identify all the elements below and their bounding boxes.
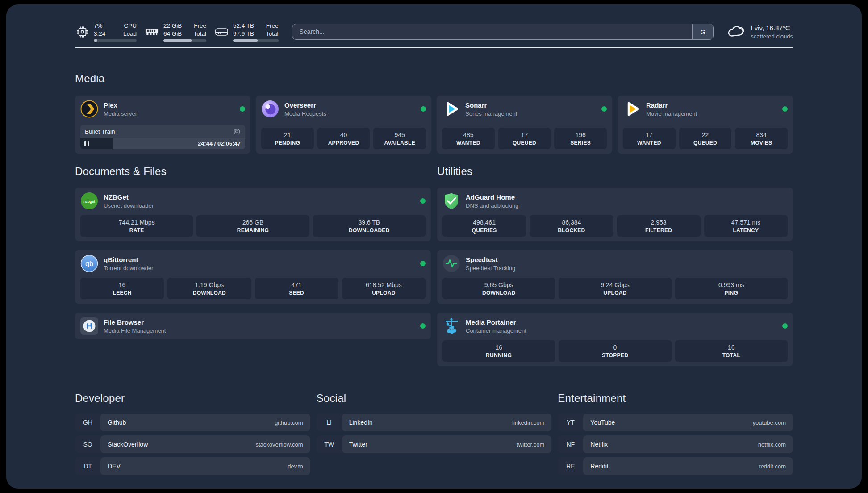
bookmark-reddit[interactable]: RE Reddit reddit.com: [558, 457, 793, 475]
overseerr-icon: [261, 100, 279, 118]
section-title-social: Social: [317, 392, 552, 405]
card-subtitle: Media Requests: [284, 110, 326, 117]
disk-progress-fill: [233, 39, 258, 42]
status-dot: [240, 106, 245, 112]
memory-widget: 22 GiB 64 GiB Free Total: [145, 22, 206, 42]
weather-location-temp: Lviv, 16.87°C: [751, 24, 793, 32]
disk-drive-icon: [214, 27, 229, 37]
search-input[interactable]: [292, 24, 693, 39]
bookmark-linkedin[interactable]: LI LinkedIn linkedin.com: [317, 414, 552, 431]
app-card-speedtest[interactable]: Speedtest Speedtest Tracking 9.65 Gbps D…: [437, 250, 793, 304]
bookmark-url: twitter.com: [517, 441, 544, 448]
video-session-icon: [233, 128, 241, 135]
weather-condition: scattered clouds: [751, 33, 793, 40]
card-title: NZBGet: [104, 193, 154, 201]
disk-progress-bar: [233, 39, 279, 42]
stats-row: 21 PENDING 40 APPROVED 945 AVAILABLE: [261, 128, 426, 149]
bookmark-abbr: RE: [558, 457, 583, 475]
app-card-radarr[interactable]: Radarr Movie management 17 WANTED 22 QUE…: [618, 96, 793, 154]
cpu-chip-icon: [75, 26, 89, 38]
scattered-clouds-icon: [727, 24, 745, 40]
bookmarks-social: Social LI LinkedIn linkedin.com TW Twitt…: [317, 392, 552, 475]
svg-text:nzbget: nzbget: [83, 199, 95, 204]
app-card-overseerr[interactable]: Overseerr Media Requests 21 PENDING 40 A…: [256, 96, 431, 154]
disk-free-value: 52.4 TB: [233, 22, 254, 30]
nzbget-icon: nzbget: [80, 192, 98, 210]
bookmark-stackoverflow[interactable]: SO StackOverflow stackoverflow.com: [75, 435, 310, 453]
stat-filtered: 2,953 FILTERED: [617, 215, 701, 237]
card-title: qBittorrent: [104, 256, 153, 263]
playback-progress-bar: 24:44 / 02:06:47: [80, 138, 245, 149]
section-title-documents: Documents & Files: [75, 165, 431, 178]
stat-blocked: 86,384 BLOCKED: [530, 215, 613, 237]
stat-rate: 744.21 Mbps RATE: [80, 215, 193, 237]
filebrowser-icon: [80, 317, 98, 335]
status-dot: [782, 106, 788, 112]
cpu-percent: 7%: [94, 22, 105, 30]
stat-wanted: 485 WANTED: [442, 128, 495, 149]
dashboard-panel: 7% 3.24 CPU Load: [6, 4, 862, 489]
app-card-nzbget[interactable]: nzbget NZBGet Usenet downloader 74: [75, 188, 431, 241]
top-bar: 7% 3.24 CPU Load: [75, 4, 793, 42]
stat-series: 196 SERIES: [554, 128, 607, 149]
svg-text:qb: qb: [85, 260, 93, 267]
stat-pending: 21 PENDING: [261, 128, 314, 149]
stat-downloaded: 39.6 TB DOWNLOADED: [313, 215, 426, 237]
card-subtitle: Speedtest Tracking: [466, 265, 515, 272]
app-card-adguard[interactable]: AdGuard Home DNS and adblocking 498,461 …: [437, 188, 793, 241]
bookmark-name: Twitter: [349, 441, 367, 448]
bookmark-netflix[interactable]: NF Netflix netflix.com: [558, 435, 793, 453]
card-subtitle: Container management: [466, 327, 526, 334]
card-title: Plex: [104, 101, 137, 109]
documents-column: Documents & Files nzbget: [75, 165, 431, 366]
weather-widget: Lviv, 16.87°C scattered clouds: [727, 24, 793, 40]
app-card-plex[interactable]: Plex Media server Bullet Train: [75, 96, 250, 154]
stat-total: 16 TOTAL: [675, 340, 788, 362]
bookmark-abbr: SO: [75, 435, 100, 453]
cpu-progress-fill: [94, 39, 97, 42]
app-card-sonarr[interactable]: Sonarr Series management 485 WANTED 17 Q…: [437, 96, 612, 154]
stat-seed: 471 SEED: [255, 278, 338, 299]
bookmark-abbr: YT: [558, 414, 583, 431]
app-card-filebrowser[interactable]: File Browser Media File Management: [75, 313, 431, 339]
status-dot: [421, 106, 426, 112]
card-subtitle: Series management: [465, 110, 517, 117]
bookmark-github[interactable]: GH Github github.com: [75, 414, 310, 431]
cpu-widget: 7% 3.24 CPU Load: [75, 22, 137, 42]
app-card-qbittorrent[interactable]: qb qBittorrent Torrent downloader: [75, 250, 431, 304]
bookmark-url: dev.to: [288, 463, 303, 470]
bookmark-youtube[interactable]: YT YouTube youtube.com: [558, 414, 793, 431]
qbittorrent-icon: qb: [80, 255, 98, 272]
stat-leech: 16 LEECH: [80, 278, 164, 299]
now-playing-title: Bullet Train: [85, 128, 115, 135]
stats-row: 16 RUNNING 0 STOPPED 16 TOTAL: [442, 340, 788, 362]
app-card-portainer[interactable]: Media Portainer Container management 16 …: [437, 313, 793, 366]
header-divider: [75, 47, 793, 48]
section-title-developer: Developer: [75, 392, 310, 405]
memory-free-value: 22 GiB: [163, 22, 182, 30]
bookmarks-developer: Developer GH Github github.com SO StackO…: [75, 392, 310, 475]
card-title: Speedtest: [466, 256, 515, 263]
bookmarks-entertainment: Entertainment YT YouTube youtube.com NF …: [558, 392, 793, 475]
search-provider-button[interactable]: G: [692, 24, 713, 39]
stat-upload: 9.24 Gbps UPLOAD: [559, 278, 671, 299]
stat-download: 1.19 Gbps DOWNLOAD: [167, 278, 251, 299]
status-dot: [420, 261, 426, 266]
status-dot: [420, 198, 426, 204]
status-dot: [420, 323, 426, 329]
stat-queries: 498,461 QUERIES: [442, 215, 526, 237]
plex-now-playing: Bullet Train 24:44 / 02:06:47: [80, 125, 245, 149]
bookmark-url: reddit.com: [759, 463, 786, 470]
card-title: Radarr: [646, 101, 697, 109]
card-subtitle: Torrent downloader: [104, 265, 153, 272]
bookmark-dev[interactable]: DT DEV dev.to: [75, 457, 310, 475]
bookmark-twitter[interactable]: TW Twitter twitter.com: [317, 435, 552, 453]
pause-icon[interactable]: [84, 141, 89, 146]
bookmark-abbr: LI: [317, 414, 342, 431]
portainer-crane-icon: [442, 317, 460, 335]
bookmark-abbr: DT: [75, 457, 100, 475]
card-subtitle: DNS and adblocking: [466, 202, 519, 209]
stats-row: 17 WANTED 22 QUEUED 834 MOVIES: [623, 128, 788, 149]
stat-running: 16 RUNNING: [442, 340, 555, 362]
card-subtitle: Media server: [104, 110, 137, 117]
